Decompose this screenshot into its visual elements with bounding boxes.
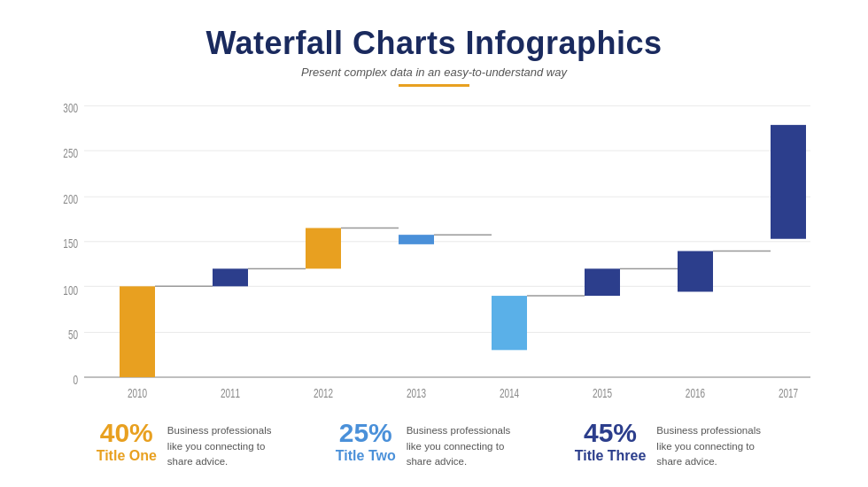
chart-svg: 300 250 200 150 100 50 0	[53, 99, 815, 411]
subtitle: Present complex data in an easy-to-under…	[205, 66, 662, 79]
bar-2016	[678, 251, 713, 292]
legend-stat-3: 45% Title Three	[575, 420, 647, 464]
svg-text:300: 300	[63, 100, 78, 116]
bar-2015	[585, 268, 620, 296]
svg-text:50: 50	[68, 327, 78, 343]
legend-title-3: Title Three	[575, 448, 647, 464]
svg-text:2011: 2011	[221, 385, 240, 401]
bar-2013	[399, 235, 434, 244]
title-underline	[399, 84, 469, 87]
legend-item-3: 45% Title Three Business professionals l…	[575, 420, 772, 469]
legend-stat-2: 25% Title Two	[336, 420, 396, 464]
bar-2010	[120, 286, 155, 377]
legend-item-2: 25% Title Two Business professionals lik…	[336, 420, 522, 469]
bar-2011	[213, 268, 248, 286]
legend-title-1: Title One	[97, 448, 157, 464]
chart-area: 300 250 200 150 100 50 0	[53, 99, 815, 411]
svg-text:250: 250	[63, 145, 78, 161]
main-title: Waterfall Charts Infographics	[205, 25, 662, 62]
svg-text:100: 100	[63, 282, 78, 298]
svg-text:2013: 2013	[407, 385, 426, 401]
svg-text:0: 0	[73, 371, 78, 387]
svg-text:2017: 2017	[779, 385, 798, 401]
svg-text:200: 200	[63, 191, 78, 207]
legend-item-1: 40% Title One Business professionals lik…	[97, 420, 283, 469]
svg-text:150: 150	[63, 236, 78, 251]
legend-section: 40% Title One Business professionals lik…	[53, 411, 815, 469]
legend-desc-1: Business professionals like you connecti…	[167, 420, 283, 469]
legend-percent-1: 40%	[100, 420, 153, 446]
svg-text:2010: 2010	[128, 385, 147, 401]
svg-text:2015: 2015	[593, 385, 612, 401]
legend-desc-3: Business professionals like you connecti…	[656, 420, 771, 469]
legend-percent-3: 45%	[584, 420, 637, 446]
svg-text:2012: 2012	[314, 385, 333, 401]
header: Waterfall Charts Infographics Present co…	[205, 25, 662, 87]
bar-2014	[492, 296, 527, 350]
legend-stat-1: 40% Title One	[97, 420, 157, 464]
bar-2017	[771, 125, 806, 239]
legend-title-2: Title Two	[336, 448, 396, 464]
bar-2012	[306, 228, 341, 268]
legend-desc-2: Business professionals like you connecti…	[407, 420, 522, 469]
svg-text:2016: 2016	[686, 385, 705, 401]
svg-text:2014: 2014	[500, 385, 519, 401]
page-container: Waterfall Charts Infographics Present co…	[0, 0, 868, 487]
legend-percent-2: 25%	[339, 420, 392, 446]
